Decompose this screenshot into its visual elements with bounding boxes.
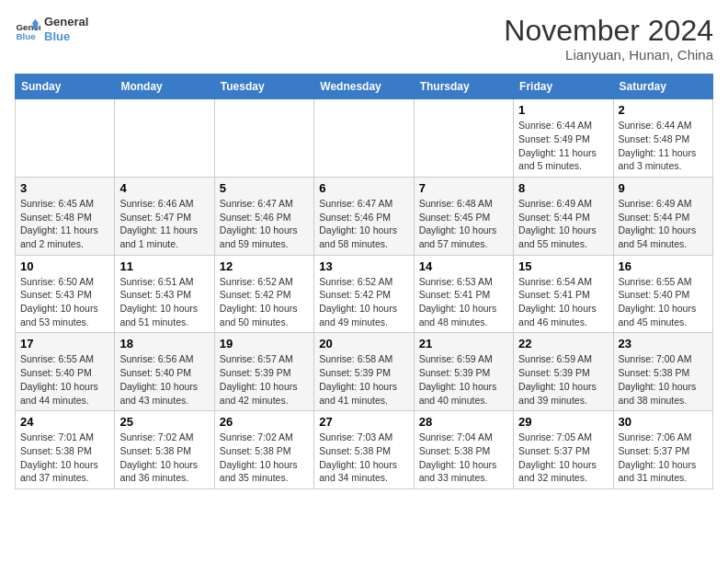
calendar-cell: 15Sunrise: 6:54 AM Sunset: 5:41 PM Dayli… bbox=[514, 255, 613, 333]
day-number: 29 bbox=[518, 415, 608, 429]
calendar-cell: 8Sunrise: 6:49 AM Sunset: 5:44 PM Daylig… bbox=[514, 177, 613, 255]
day-number: 9 bbox=[619, 181, 708, 195]
day-number: 16 bbox=[619, 259, 708, 273]
calendar-cell: 14Sunrise: 6:53 AM Sunset: 5:41 PM Dayli… bbox=[414, 255, 513, 333]
weekday-header: Wednesday bbox=[314, 75, 414, 99]
calendar-cell: 19Sunrise: 6:57 AM Sunset: 5:39 PM Dayli… bbox=[214, 333, 313, 411]
day-info: Sunrise: 7:05 AM Sunset: 5:37 PM Dayligh… bbox=[518, 431, 608, 485]
day-number: 3 bbox=[20, 181, 109, 195]
calendar-cell: 5Sunrise: 6:47 AM Sunset: 5:46 PM Daylig… bbox=[214, 177, 313, 255]
day-number: 10 bbox=[20, 259, 109, 273]
day-info: Sunrise: 6:56 AM Sunset: 5:40 PM Dayligh… bbox=[119, 352, 209, 407]
day-info: Sunrise: 6:50 AM Sunset: 5:43 PM Dayligh… bbox=[20, 275, 109, 329]
calendar-cell: 25Sunrise: 7:02 AM Sunset: 5:38 PM Dayli… bbox=[115, 411, 214, 489]
calendar-cell: 6Sunrise: 6:47 AM Sunset: 5:46 PM Daylig… bbox=[314, 177, 414, 255]
day-number: 30 bbox=[619, 415, 708, 429]
calendar-header-row: SundayMondayTuesdayWednesdayThursdayFrid… bbox=[16, 75, 713, 99]
day-info: Sunrise: 6:47 AM Sunset: 5:46 PM Dayligh… bbox=[220, 197, 309, 251]
calendar-cell: 24Sunrise: 7:01 AM Sunset: 5:38 PM Dayli… bbox=[16, 411, 115, 489]
calendar-cell: 7Sunrise: 6:48 AM Sunset: 5:45 PM Daylig… bbox=[414, 177, 513, 255]
day-info: Sunrise: 6:59 AM Sunset: 5:39 PM Dayligh… bbox=[419, 352, 508, 407]
day-info: Sunrise: 7:00 AM Sunset: 5:38 PM Dayligh… bbox=[619, 352, 708, 407]
weekday-header: Monday bbox=[115, 75, 214, 99]
day-info: Sunrise: 6:54 AM Sunset: 5:41 PM Dayligh… bbox=[518, 275, 608, 329]
page-header: General Blue General Blue November 2024 … bbox=[15, 15, 713, 63]
day-number: 18 bbox=[119, 337, 209, 350]
calendar-week-row: 3Sunrise: 6:45 AM Sunset: 5:48 PM Daylig… bbox=[16, 177, 713, 255]
day-info: Sunrise: 6:55 AM Sunset: 5:40 PM Dayligh… bbox=[619, 275, 708, 329]
calendar-cell: 18Sunrise: 6:56 AM Sunset: 5:40 PM Dayli… bbox=[115, 333, 214, 411]
day-info: Sunrise: 6:58 AM Sunset: 5:39 PM Dayligh… bbox=[319, 352, 408, 407]
day-number: 4 bbox=[119, 181, 209, 195]
calendar-body: 1Sunrise: 6:44 AM Sunset: 5:49 PM Daylig… bbox=[16, 99, 713, 489]
calendar-cell: 17Sunrise: 6:55 AM Sunset: 5:40 PM Dayli… bbox=[16, 333, 115, 411]
day-number: 6 bbox=[319, 181, 408, 195]
calendar-cell: 10Sunrise: 6:50 AM Sunset: 5:43 PM Dayli… bbox=[16, 255, 115, 333]
calendar-cell: 9Sunrise: 6:49 AM Sunset: 5:44 PM Daylig… bbox=[613, 177, 712, 255]
svg-text:Blue: Blue bbox=[16, 31, 36, 41]
calendar-cell: 20Sunrise: 6:58 AM Sunset: 5:39 PM Dayli… bbox=[314, 333, 414, 411]
day-number: 5 bbox=[220, 181, 309, 195]
calendar-week-row: 10Sunrise: 6:50 AM Sunset: 5:43 PM Dayli… bbox=[16, 255, 713, 333]
day-number: 12 bbox=[220, 259, 309, 273]
day-info: Sunrise: 6:49 AM Sunset: 5:44 PM Dayligh… bbox=[518, 197, 608, 251]
calendar-week-row: 24Sunrise: 7:01 AM Sunset: 5:38 PM Dayli… bbox=[16, 411, 713, 489]
day-number: 7 bbox=[419, 181, 508, 195]
day-info: Sunrise: 6:46 AM Sunset: 5:47 PM Dayligh… bbox=[119, 197, 209, 251]
calendar-cell: 11Sunrise: 6:51 AM Sunset: 5:43 PM Dayli… bbox=[115, 255, 214, 333]
calendar-cell: 16Sunrise: 6:55 AM Sunset: 5:40 PM Dayli… bbox=[613, 255, 712, 333]
weekday-header: Saturday bbox=[613, 75, 712, 99]
logo-line2: Blue bbox=[44, 29, 88, 44]
day-number: 20 bbox=[319, 337, 408, 350]
day-number: 11 bbox=[119, 259, 209, 273]
logo: General Blue General Blue bbox=[15, 15, 88, 43]
day-info: Sunrise: 7:02 AM Sunset: 5:38 PM Dayligh… bbox=[119, 431, 209, 485]
page-subtitle: Lianyuan, Hunan, China bbox=[504, 47, 713, 63]
day-info: Sunrise: 6:49 AM Sunset: 5:44 PM Dayligh… bbox=[619, 197, 708, 251]
day-info: Sunrise: 7:02 AM Sunset: 5:38 PM Dayligh… bbox=[220, 431, 309, 485]
calendar-cell: 27Sunrise: 7:03 AM Sunset: 5:38 PM Dayli… bbox=[314, 411, 414, 489]
day-number: 8 bbox=[518, 181, 608, 195]
logo-icon: General Blue bbox=[15, 17, 40, 42]
day-number: 28 bbox=[419, 415, 508, 429]
day-number: 13 bbox=[319, 259, 408, 273]
calendar-cell bbox=[214, 99, 313, 178]
calendar-cell bbox=[16, 99, 115, 178]
day-number: 25 bbox=[119, 415, 209, 429]
calendar-cell: 21Sunrise: 6:59 AM Sunset: 5:39 PM Dayli… bbox=[414, 333, 513, 411]
logo-text: General Blue bbox=[44, 15, 88, 43]
day-number: 24 bbox=[20, 415, 109, 429]
day-number: 26 bbox=[220, 415, 309, 429]
calendar-cell: 28Sunrise: 7:04 AM Sunset: 5:38 PM Dayli… bbox=[414, 411, 513, 489]
day-info: Sunrise: 6:51 AM Sunset: 5:43 PM Dayligh… bbox=[119, 275, 209, 329]
day-info: Sunrise: 6:47 AM Sunset: 5:46 PM Dayligh… bbox=[319, 197, 408, 251]
day-info: Sunrise: 6:59 AM Sunset: 5:39 PM Dayligh… bbox=[518, 352, 608, 407]
day-info: Sunrise: 6:44 AM Sunset: 5:49 PM Dayligh… bbox=[518, 119, 608, 173]
calendar-week-row: 17Sunrise: 6:55 AM Sunset: 5:40 PM Dayli… bbox=[16, 333, 713, 411]
day-info: Sunrise: 6:52 AM Sunset: 5:42 PM Dayligh… bbox=[319, 275, 408, 329]
calendar-cell: 29Sunrise: 7:05 AM Sunset: 5:37 PM Dayli… bbox=[514, 411, 613, 489]
calendar-cell bbox=[115, 99, 214, 178]
weekday-header: Friday bbox=[514, 75, 613, 99]
day-number: 2 bbox=[619, 103, 708, 117]
calendar-week-row: 1Sunrise: 6:44 AM Sunset: 5:49 PM Daylig… bbox=[16, 99, 713, 178]
day-number: 27 bbox=[319, 415, 408, 429]
calendar-cell: 3Sunrise: 6:45 AM Sunset: 5:48 PM Daylig… bbox=[16, 177, 115, 255]
calendar-cell: 4Sunrise: 6:46 AM Sunset: 5:47 PM Daylig… bbox=[115, 177, 214, 255]
weekday-header: Sunday bbox=[16, 75, 115, 99]
day-number: 21 bbox=[419, 337, 508, 350]
calendar-cell bbox=[314, 99, 414, 178]
page-title: November 2024 bbox=[504, 15, 713, 47]
day-info: Sunrise: 7:03 AM Sunset: 5:38 PM Dayligh… bbox=[319, 431, 408, 485]
day-number: 15 bbox=[518, 259, 608, 273]
day-info: Sunrise: 6:48 AM Sunset: 5:45 PM Dayligh… bbox=[419, 197, 508, 251]
weekday-header: Tuesday bbox=[214, 75, 313, 99]
logo-line1: General bbox=[44, 15, 88, 29]
calendar-cell: 1Sunrise: 6:44 AM Sunset: 5:49 PM Daylig… bbox=[514, 99, 613, 178]
day-info: Sunrise: 6:52 AM Sunset: 5:42 PM Dayligh… bbox=[220, 275, 309, 329]
day-info: Sunrise: 7:06 AM Sunset: 5:37 PM Dayligh… bbox=[619, 431, 708, 485]
day-number: 17 bbox=[20, 337, 109, 350]
day-number: 23 bbox=[619, 337, 708, 350]
day-info: Sunrise: 6:45 AM Sunset: 5:48 PM Dayligh… bbox=[20, 197, 109, 251]
calendar-cell: 26Sunrise: 7:02 AM Sunset: 5:38 PM Dayli… bbox=[214, 411, 313, 489]
